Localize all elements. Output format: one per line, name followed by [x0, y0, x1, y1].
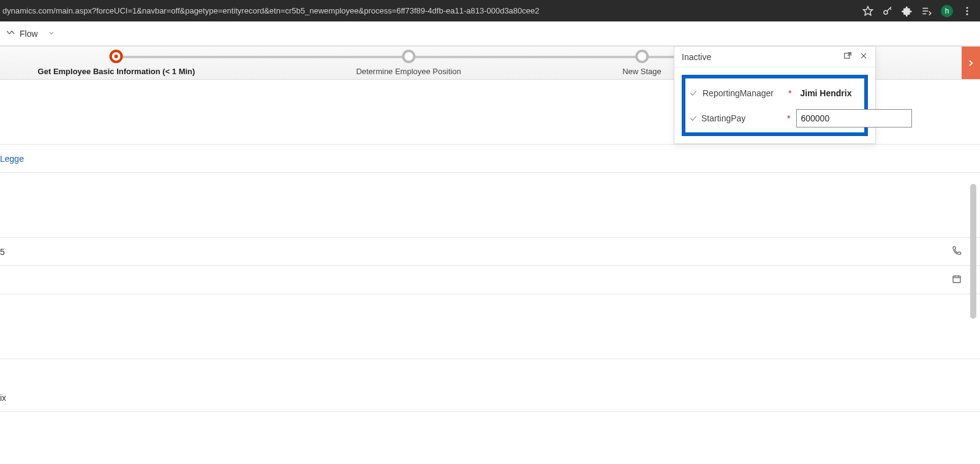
bpf-stage-node-icon — [402, 50, 415, 63]
check-icon — [689, 89, 699, 97]
form-row[interactable]: Legge — [0, 145, 980, 173]
extensions-icon[interactable] — [902, 6, 913, 17]
bpf-stage-label: Get Employee Basic Information (< 1 Min) — [38, 67, 195, 76]
flow-icon — [6, 29, 16, 39]
svg-marker-0 — [864, 6, 873, 15]
dock-icon[interactable] — [843, 51, 852, 62]
bpf-stage-node-icon — [635, 50, 649, 63]
reading-list-icon[interactable] — [921, 6, 932, 17]
close-icon[interactable] — [859, 51, 868, 62]
lookup-link[interactable]: Legge — [0, 154, 24, 164]
svg-point-7 — [967, 13, 968, 15]
form-row[interactable] — [0, 331, 980, 359]
kebab-menu-icon[interactable] — [962, 6, 973, 17]
starting-pay-input[interactable] — [796, 109, 912, 127]
bpf-stage-label: New Stage — [622, 67, 662, 76]
field-value: ix — [0, 393, 6, 403]
form-row[interactable]: 5 — [0, 238, 980, 266]
svg-point-5 — [967, 7, 968, 9]
svg-point-6 — [967, 10, 968, 12]
form-row[interactable]: ix — [0, 384, 980, 412]
stage-flyout-header: Inactive — [674, 47, 875, 67]
stage-flyout-body: ReportingManager * Jimi Hendrix Starting… — [682, 75, 868, 136]
address-bar-url[interactable]: dynamics.com/main.aspx?forceUCI=1&navbar… — [0, 6, 862, 15]
chrome-actions: h — [862, 5, 976, 17]
field-reporting-manager: ReportingManager * Jimi Hendrix — [689, 81, 861, 105]
bpf-stage-2[interactable]: Determine Employee Position — [356, 50, 461, 76]
bpf-stage-3[interactable]: New Stage — [622, 50, 662, 76]
form-row[interactable] — [0, 210, 980, 238]
field-label: StartingPay — [701, 113, 781, 123]
bpf-stage-label: Determine Employee Position — [356, 67, 461, 76]
key-icon[interactable] — [882, 6, 893, 17]
stage-status-label: Inactive — [682, 52, 711, 62]
star-icon[interactable] — [862, 6, 873, 17]
vertical-scrollbar[interactable] — [969, 184, 978, 464]
browser-chrome: dynamics.com/main.aspx?forceUCI=1&navbar… — [0, 0, 980, 21]
svg-rect-8 — [845, 53, 850, 58]
flow-menu-button[interactable]: Flow — [2, 26, 59, 41]
chevron-down-icon — [48, 29, 55, 39]
phone-icon[interactable] — [952, 246, 962, 257]
business-process-flow: Get Employee Basic Information (< 1 Min)… — [0, 46, 980, 80]
check-icon — [689, 114, 698, 123]
required-indicator: * — [785, 113, 793, 123]
bpf-stage-1[interactable]: Get Employee Basic Information (< 1 Min) — [38, 50, 195, 76]
stage-flyout: Inactive ReportingManager * Jimi Hendrix… — [674, 46, 876, 144]
svg-point-1 — [884, 10, 888, 14]
command-bar: Flow — [0, 21, 980, 46]
required-indicator: * — [786, 88, 794, 98]
bpf-next-button[interactable] — [962, 47, 980, 79]
flow-label: Flow — [20, 29, 38, 39]
chevron-right-icon — [966, 58, 976, 68]
scrollbar-thumb[interactable] — [970, 184, 976, 319]
svg-rect-12 — [953, 276, 960, 283]
profile-avatar[interactable]: h — [941, 5, 953, 17]
calendar-icon[interactable] — [952, 274, 962, 286]
bpf-stage-node-active-icon — [110, 50, 123, 63]
field-label: ReportingManager — [703, 88, 782, 98]
form-row[interactable] — [0, 266, 980, 294]
reporting-manager-value[interactable]: Jimi Hendrix — [797, 88, 861, 98]
field-value: 5 — [0, 247, 5, 257]
field-starting-pay: StartingPay * — [689, 105, 861, 130]
